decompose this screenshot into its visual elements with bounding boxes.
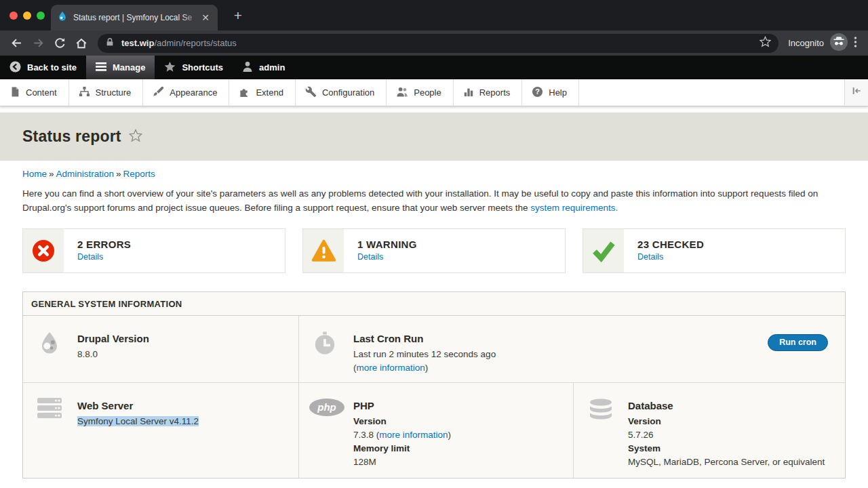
clock-icon bbox=[313, 331, 336, 359]
reload-icon[interactable] bbox=[49, 33, 71, 54]
tab-close-icon[interactable]: ✕ bbox=[199, 12, 212, 24]
web-server-value-selected: Symfony Local Server v4.11.2 bbox=[77, 416, 199, 426]
breadcrumb-link-administration[interactable]: Administration bbox=[56, 169, 115, 179]
database-system-label: System bbox=[628, 442, 831, 455]
warnings-details-link[interactable]: Details bbox=[357, 252, 417, 262]
checked-details-link[interactable]: Details bbox=[637, 252, 704, 262]
intro-paragraph: Here you can find a short overview of yo… bbox=[22, 186, 846, 215]
lock-icon[interactable] bbox=[105, 37, 115, 49]
shortcuts-label: Shortcuts bbox=[182, 62, 223, 73]
brush-icon bbox=[153, 86, 164, 100]
menu-label: Configuration bbox=[322, 87, 374, 98]
php-version-value: 7.3.8 (more information) bbox=[353, 428, 559, 442]
server-stack-icon bbox=[37, 398, 62, 421]
drupal-admin-toolbar: Back to site Manage Shortcuts admin bbox=[0, 56, 868, 79]
tab-title: Status report | Symfony Local Se bbox=[73, 13, 199, 22]
sitemap-icon bbox=[79, 86, 90, 100]
last-cron-run-value: Last run 2 minutes 12 seconds ago bbox=[353, 348, 831, 361]
browser-tab[interactable]: Status report | Symfony Local Se ✕ bbox=[51, 5, 218, 30]
error-icon bbox=[23, 229, 64, 272]
hamburger-icon bbox=[96, 62, 106, 74]
menu-item-people[interactable]: People bbox=[387, 79, 453, 106]
errors-details-link[interactable]: Details bbox=[77, 252, 131, 262]
page-title: Status report bbox=[22, 127, 121, 146]
question-icon: ? bbox=[532, 86, 543, 100]
menu-item-structure[interactable]: Structure bbox=[69, 79, 144, 106]
minimize-window-button[interactable] bbox=[23, 12, 31, 20]
warnings-count: 1 WARNING bbox=[357, 239, 417, 250]
menu-label: Structure bbox=[96, 87, 132, 98]
druplicon-icon bbox=[37, 331, 62, 359]
back-circle-icon bbox=[9, 61, 21, 75]
status-summary-cards: 2 ERRORS Details 1 WARNING Details 23 CH… bbox=[22, 228, 846, 273]
menu-item-help[interactable]: ? Help bbox=[522, 79, 579, 106]
incognito-avatar-icon[interactable] bbox=[830, 33, 848, 54]
menu-item-configuration[interactable]: Configuration bbox=[296, 79, 387, 106]
cron-more-information-link[interactable]: more information bbox=[357, 363, 425, 373]
menu-item-appearance[interactable]: Appearance bbox=[143, 79, 229, 106]
database-icon bbox=[588, 398, 614, 425]
collapse-left-icon bbox=[851, 85, 862, 99]
back-to-site-label: Back to site bbox=[27, 62, 77, 73]
toolbar-collapse-button[interactable] bbox=[844, 79, 868, 105]
breadcrumb-link-home[interactable]: Home bbox=[22, 169, 47, 179]
drupal-favicon-icon bbox=[57, 11, 68, 24]
people-icon bbox=[396, 86, 408, 100]
menu-item-extend[interactable]: Extend bbox=[229, 79, 295, 106]
warnings-card: 1 WARNING Details bbox=[302, 228, 566, 273]
favorite-star-outline-icon[interactable] bbox=[129, 129, 142, 145]
incognito-label: Incognito bbox=[788, 38, 824, 48]
php-version-label: Version bbox=[353, 415, 559, 428]
url-bar[interactable]: test.wip/admin/reports/status bbox=[98, 34, 778, 53]
breadcrumb-separator: » bbox=[116, 169, 121, 179]
drupal-menu-bar: Content Structure Appearance Extend Conf… bbox=[0, 79, 868, 106]
database-system-value: MySQL, MariaDB, Percona Server, or equiv… bbox=[628, 455, 831, 469]
new-tab-button[interactable]: + bbox=[229, 6, 248, 25]
menu-label: Content bbox=[26, 87, 57, 98]
breadcrumb-separator: » bbox=[49, 169, 54, 179]
drupal-version-value: 8.8.0 bbox=[77, 348, 285, 361]
intro-text: Here you can find a short overview of yo… bbox=[22, 188, 818, 213]
system-requirements-link[interactable]: system requirements. bbox=[530, 203, 618, 213]
manage-label: Manage bbox=[113, 62, 145, 73]
manage-tab[interactable]: Manage bbox=[86, 56, 155, 79]
cron-more-info: (more information) bbox=[353, 361, 831, 375]
last-cron-run-cell: Last Cron Run Last run 2 minutes 12 seco… bbox=[298, 316, 845, 382]
last-cron-run-title: Last Cron Run bbox=[353, 332, 831, 346]
browser-menu-kebab-icon[interactable] bbox=[854, 36, 857, 51]
star-icon bbox=[164, 61, 176, 75]
menu-label: Reports bbox=[479, 87, 511, 98]
php-title: PHP bbox=[353, 399, 559, 413]
drupal-version-cell: Drupal Version 8.8.0 bbox=[23, 316, 298, 382]
php-logo-icon: php bbox=[309, 398, 345, 420]
drupal-version-title: Drupal Version bbox=[77, 332, 285, 346]
browser-tab-strip: Status report | Symfony Local Se ✕ + bbox=[0, 0, 868, 30]
document-icon bbox=[9, 86, 20, 100]
window-controls[interactable] bbox=[9, 12, 45, 20]
errors-card: 2 ERRORS Details bbox=[22, 228, 285, 273]
back-to-site-button[interactable]: Back to site bbox=[0, 56, 86, 79]
warning-icon bbox=[303, 229, 344, 272]
back-icon[interactable] bbox=[5, 33, 27, 54]
checked-count: 23 CHECKED bbox=[637, 239, 704, 250]
svg-text:php: php bbox=[317, 401, 336, 413]
menu-item-reports[interactable]: Reports bbox=[454, 79, 523, 106]
breadcrumb-link-reports[interactable]: Reports bbox=[123, 169, 155, 179]
bookmark-star-icon[interactable] bbox=[760, 36, 771, 50]
bar-chart-icon bbox=[463, 86, 474, 100]
database-version-value: 5.7.26 bbox=[628, 428, 831, 442]
user-icon bbox=[242, 61, 253, 74]
url-text: test.wip/admin/reports/status bbox=[121, 38, 237, 48]
menu-item-content[interactable]: Content bbox=[0, 79, 69, 106]
admin-user-tab[interactable]: admin bbox=[233, 56, 294, 79]
php-cell: php PHP Version 7.3.8 (more information)… bbox=[298, 383, 573, 478]
home-icon[interactable] bbox=[71, 33, 92, 54]
forward-icon[interactable] bbox=[27, 33, 49, 54]
shortcuts-tab[interactable]: Shortcuts bbox=[155, 56, 233, 79]
database-version-label: Version bbox=[628, 415, 831, 428]
run-cron-button[interactable]: Run cron bbox=[768, 334, 828, 351]
php-more-information-link[interactable]: more information bbox=[379, 430, 448, 440]
close-window-button[interactable] bbox=[9, 12, 18, 20]
puzzle-icon bbox=[239, 86, 250, 100]
maximize-window-button[interactable] bbox=[37, 12, 45, 20]
